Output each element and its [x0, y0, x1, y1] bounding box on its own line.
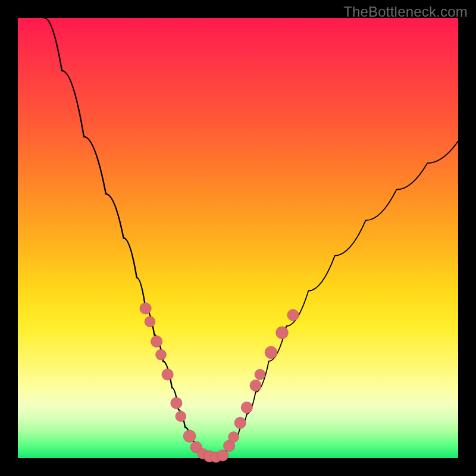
curve-marker — [171, 397, 182, 409]
curve-marker — [176, 411, 186, 422]
curve-marker — [183, 430, 196, 443]
curve-marker — [234, 417, 246, 428]
curve-marker — [287, 309, 299, 321]
watermark-text: TheBottleneck.com — [343, 4, 468, 20]
marker-layer — [140, 303, 299, 463]
curve-marker — [241, 402, 252, 413]
curve-marker — [162, 369, 173, 380]
curve-marker — [217, 450, 228, 461]
curve-marker — [265, 346, 277, 359]
curve-marker — [250, 380, 261, 391]
curve-marker — [145, 317, 155, 327]
curve-marker — [255, 369, 265, 380]
curve-marker — [151, 336, 162, 347]
curve-marker — [140, 303, 151, 314]
curve-marker — [156, 349, 167, 360]
curve-left-branch — [44, 18, 211, 458]
curve-marker — [228, 432, 239, 443]
chart-frame: TheBottleneck.com — [0, 0, 476, 476]
curve-marker — [276, 327, 289, 339]
plot-area — [18, 18, 458, 458]
curve-svg — [18, 18, 458, 458]
